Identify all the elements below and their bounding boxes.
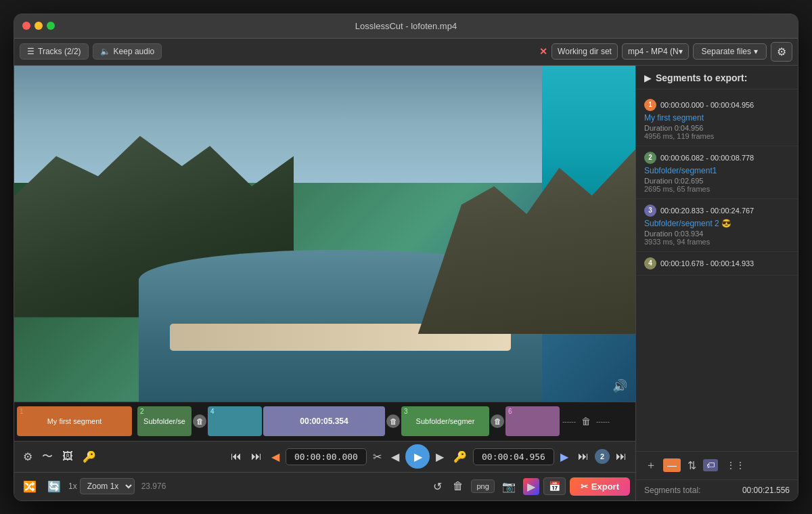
- segment-2-time: 2 00:00:06.082 - 00:00:08.778: [644, 152, 790, 164]
- segment-2-name[interactable]: Subfolder/segment1: [644, 166, 790, 175]
- timeline-current-segment[interactable]: 00:00:05.354: [263, 406, 385, 436]
- segment-3-time: 3 00:00:20.833 - 00:00:24.767: [644, 205, 790, 217]
- video-container[interactable]: 🔊: [14, 66, 635, 402]
- segment-1-duration: Duration 0:04.956: [644, 124, 790, 132]
- loop-playback-icon[interactable]: ↺: [430, 478, 445, 495]
- segment-tools: ＋ — ⇅ 🏷 ⋮⋮: [636, 451, 798, 479]
- playback-icon[interactable]: ▶: [523, 478, 539, 495]
- segments-header-title: Segments to export:: [656, 72, 747, 83]
- timeline-segment-3[interactable]: 3 Subfolder/segmer: [401, 406, 489, 436]
- set-start-button[interactable]: ◀: [268, 448, 283, 466]
- delete-current-button[interactable]: 🗑: [386, 414, 400, 428]
- frame-back-button[interactable]: ⏭: [248, 448, 265, 465]
- segment-4-time: 4 00:00:10.678 - 00:00:14.933: [644, 257, 790, 270]
- close-working-dir-icon[interactable]: ✕: [539, 46, 547, 57]
- ripple-icon[interactable]: 🔀: [20, 478, 40, 495]
- next-frame-button[interactable]: ⏭: [574, 448, 592, 465]
- maximize-button[interactable]: [47, 22, 55, 30]
- segment-2-number: 2: [644, 152, 656, 164]
- segment-item-1[interactable]: 1 00:00:00.000 - 00:00:04.956 My first s…: [636, 93, 798, 146]
- delete-segment-3-button[interactable]: 🗑: [491, 414, 504, 428]
- start-time-display[interactable]: 00:00:00.000: [286, 448, 367, 465]
- set-end-button[interactable]: ▶: [557, 448, 572, 466]
- image-icon[interactable]: 🖼: [59, 448, 76, 465]
- play-icon: ▶: [414, 450, 422, 463]
- segment-1-frames: 4956 ms, 119 frames: [644, 132, 790, 140]
- toolbar-right: ✕ Working dir set mp4 - MP4 (N▾ Separate…: [539, 42, 792, 62]
- end-time-display[interactable]: 00:00:04.956: [473, 448, 554, 465]
- timeline-segment-6[interactable]: 6: [505, 406, 560, 436]
- segments-total-label: Segments total:: [644, 486, 700, 495]
- delete-icon[interactable]: 🗑: [449, 478, 467, 494]
- segment-3-number: 3: [644, 205, 656, 217]
- export-label: Export: [591, 481, 619, 492]
- cut-icon[interactable]: ✂: [369, 448, 385, 466]
- waveform-icon[interactable]: 〜: [39, 447, 56, 467]
- settings-button[interactable]: ⚙: [771, 42, 792, 62]
- video-area: 🔊 1 My first segment 2 Subfolder/se 🗑: [14, 66, 635, 500]
- segment-3-duration: Duration 0:03.934: [644, 230, 790, 238]
- settings-small-icon[interactable]: ⚙: [20, 448, 36, 466]
- menu-icon: ☰: [27, 47, 35, 56]
- png-label: png: [476, 482, 489, 490]
- timeline: 1 My first segment 2 Subfolder/se 🗑 4 00…: [14, 402, 635, 441]
- screenshot-icon[interactable]: 📷: [499, 478, 519, 495]
- timeline-segment-1[interactable]: 1 My first segment: [17, 406, 132, 436]
- segment-item-4[interactable]: 4 00:00:10.678 - 00:00:14.933: [636, 252, 798, 276]
- play-button[interactable]: ▶: [405, 444, 430, 469]
- tracks-button[interactable]: ☰ Tracks (2/2): [20, 43, 89, 60]
- bottom-right-controls: ↺ 🗑 png 📷 ▶ 📅 ✂ Export: [430, 477, 630, 496]
- speed-badge[interactable]: 2: [595, 449, 610, 464]
- app-window: LosslessCut - lofoten.mp4 ☰ Tracks (2/2)…: [14, 14, 798, 501]
- audio-icon: 🔈: [100, 47, 110, 56]
- output-mode-button[interactable]: Separate files ▾: [693, 43, 767, 60]
- tag-segment-button[interactable]: 🏷: [703, 459, 718, 471]
- segment-1-time: 1 00:00:00.000 - 00:00:04.956: [644, 99, 790, 111]
- toolbar: ☰ Tracks (2/2) 🔈 Keep audio ✕ Working di…: [14, 39, 798, 66]
- output-label: Separate files: [702, 47, 751, 56]
- timeline-segment-2[interactable]: 2 Subfolder/se: [137, 406, 191, 436]
- volume-icon[interactable]: 🔊: [612, 379, 627, 393]
- seek-forward-button[interactable]: ▶: [432, 448, 447, 466]
- trash-icon[interactable]: 🗑: [579, 416, 593, 427]
- seek-back-button[interactable]: ◀: [388, 448, 403, 466]
- segment-3-name[interactable]: Subfolder/segment 2 😎: [644, 219, 790, 228]
- delete-segment-2-button[interactable]: 🗑: [193, 414, 206, 428]
- loop-icon[interactable]: 🔄: [44, 478, 64, 495]
- skip-end-button[interactable]: ⏭: [612, 448, 630, 465]
- audio-label: Keep audio: [114, 47, 155, 56]
- key-right-icon[interactable]: 🔑: [450, 448, 470, 466]
- segment-item-3[interactable]: 3 00:00:20.833 - 00:00:24.767 Subfolder/…: [636, 199, 798, 252]
- remove-segment-button[interactable]: —: [663, 458, 681, 472]
- skip-start-button[interactable]: ⏮: [227, 448, 245, 465]
- close-button[interactable]: [22, 22, 30, 30]
- dash-separator-2: ------: [595, 418, 611, 425]
- video-frame: [14, 66, 635, 402]
- png-format-button[interactable]: png: [471, 479, 494, 493]
- segment-item-2[interactable]: 2 00:00:06.082 - 00:00:08.778 Subfolder/…: [636, 146, 798, 199]
- fps-display: 23.976: [141, 481, 166, 491]
- scissors-icon: ✂: [581, 481, 588, 492]
- export-button[interactable]: ✂ Export: [570, 477, 630, 496]
- timeline-segment-4a[interactable]: 4: [208, 406, 262, 436]
- audio-button[interactable]: 🔈 Keep audio: [93, 43, 162, 60]
- working-dir-button[interactable]: Working dir set: [551, 43, 618, 60]
- expand-arrow-icon[interactable]: ▶: [644, 72, 652, 83]
- minimize-button[interactable]: [35, 22, 43, 30]
- dash-separator: ------: [561, 418, 577, 425]
- gear-icon: ⚙: [777, 46, 786, 58]
- segments-header: ▶ Segments to export:: [636, 66, 798, 89]
- split-segment-icon[interactable]: ⋮⋮: [726, 460, 745, 471]
- zoom-select[interactable]: Zoom 1x Zoom 2x Zoom 4x: [80, 478, 135, 494]
- reorder-segments-icon[interactable]: ⇅: [686, 458, 698, 473]
- right-sidebar: ▶ Segments to export: 1 00:00:00.000 - 0…: [635, 66, 798, 500]
- format-label: mp4 - MP4 (N▾: [628, 47, 683, 56]
- speed-x-label: 1x: [68, 481, 77, 491]
- key-icon[interactable]: 🔑: [79, 448, 99, 466]
- segment-2-frames: 2695 ms, 65 frames: [644, 185, 790, 193]
- format-button[interactable]: mp4 - MP4 (N▾: [622, 43, 689, 60]
- calendar-button[interactable]: 📅: [543, 477, 566, 495]
- segment-1-name[interactable]: My first segment: [644, 113, 790, 123]
- add-segment-icon[interactable]: ＋: [644, 457, 658, 474]
- segment-2-duration: Duration 0:02.695: [644, 177, 790, 185]
